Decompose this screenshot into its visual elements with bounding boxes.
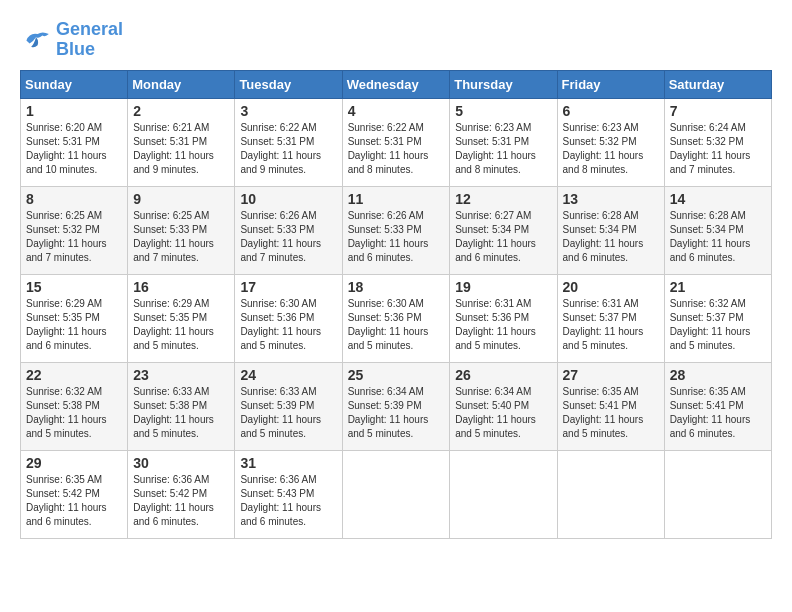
calendar-cell: 24 Sunrise: 6:33 AMSunset: 5:39 PMDaylig… [235, 362, 342, 450]
day-info: Sunrise: 6:30 AMSunset: 5:36 PMDaylight:… [240, 297, 336, 353]
day-info: Sunrise: 6:28 AMSunset: 5:34 PMDaylight:… [563, 209, 659, 265]
calendar-cell: 12 Sunrise: 6:27 AMSunset: 5:34 PMDaylig… [450, 186, 557, 274]
column-header-saturday: Saturday [664, 70, 771, 98]
day-info: Sunrise: 6:35 AMSunset: 5:41 PMDaylight:… [563, 385, 659, 441]
calendar-cell: 29 Sunrise: 6:35 AMSunset: 5:42 PMDaylig… [21, 450, 128, 538]
day-info: Sunrise: 6:24 AMSunset: 5:32 PMDaylight:… [670, 121, 766, 177]
day-number: 21 [670, 279, 766, 295]
day-number: 6 [563, 103, 659, 119]
day-number: 4 [348, 103, 445, 119]
day-info: Sunrise: 6:32 AMSunset: 5:38 PMDaylight:… [26, 385, 122, 441]
column-header-tuesday: Tuesday [235, 70, 342, 98]
day-number: 30 [133, 455, 229, 471]
calendar-cell: 18 Sunrise: 6:30 AMSunset: 5:36 PMDaylig… [342, 274, 450, 362]
column-header-wednesday: Wednesday [342, 70, 450, 98]
calendar-cell: 14 Sunrise: 6:28 AMSunset: 5:34 PMDaylig… [664, 186, 771, 274]
day-number: 22 [26, 367, 122, 383]
calendar-cell: 25 Sunrise: 6:34 AMSunset: 5:39 PMDaylig… [342, 362, 450, 450]
column-header-sunday: Sunday [21, 70, 128, 98]
column-header-friday: Friday [557, 70, 664, 98]
calendar-cell: 26 Sunrise: 6:34 AMSunset: 5:40 PMDaylig… [450, 362, 557, 450]
calendar-table: SundayMondayTuesdayWednesdayThursdayFrid… [20, 70, 772, 539]
day-info: Sunrise: 6:26 AMSunset: 5:33 PMDaylight:… [348, 209, 445, 265]
calendar-cell: 30 Sunrise: 6:36 AMSunset: 5:42 PMDaylig… [128, 450, 235, 538]
calendar-week-row: 1 Sunrise: 6:20 AMSunset: 5:31 PMDayligh… [21, 98, 772, 186]
day-info: Sunrise: 6:36 AMSunset: 5:43 PMDaylight:… [240, 473, 336, 529]
calendar-cell: 2 Sunrise: 6:21 AMSunset: 5:31 PMDayligh… [128, 98, 235, 186]
day-number: 18 [348, 279, 445, 295]
column-header-monday: Monday [128, 70, 235, 98]
calendar-cell: 13 Sunrise: 6:28 AMSunset: 5:34 PMDaylig… [557, 186, 664, 274]
calendar-cell: 22 Sunrise: 6:32 AMSunset: 5:38 PMDaylig… [21, 362, 128, 450]
calendar-cell: 27 Sunrise: 6:35 AMSunset: 5:41 PMDaylig… [557, 362, 664, 450]
calendar-cell [557, 450, 664, 538]
logo-text: General Blue [56, 20, 123, 60]
calendar-cell: 19 Sunrise: 6:31 AMSunset: 5:36 PMDaylig… [450, 274, 557, 362]
day-info: Sunrise: 6:32 AMSunset: 5:37 PMDaylight:… [670, 297, 766, 353]
day-info: Sunrise: 6:22 AMSunset: 5:31 PMDaylight:… [240, 121, 336, 177]
calendar-cell [342, 450, 450, 538]
calendar-cell [664, 450, 771, 538]
calendar-week-row: 8 Sunrise: 6:25 AMSunset: 5:32 PMDayligh… [21, 186, 772, 274]
calendar-cell: 16 Sunrise: 6:29 AMSunset: 5:35 PMDaylig… [128, 274, 235, 362]
day-info: Sunrise: 6:20 AMSunset: 5:31 PMDaylight:… [26, 121, 122, 177]
day-number: 5 [455, 103, 551, 119]
calendar-cell: 5 Sunrise: 6:23 AMSunset: 5:31 PMDayligh… [450, 98, 557, 186]
day-number: 27 [563, 367, 659, 383]
day-info: Sunrise: 6:31 AMSunset: 5:36 PMDaylight:… [455, 297, 551, 353]
day-number: 23 [133, 367, 229, 383]
day-info: Sunrise: 6:35 AMSunset: 5:42 PMDaylight:… [26, 473, 122, 529]
column-header-thursday: Thursday [450, 70, 557, 98]
calendar-week-row: 15 Sunrise: 6:29 AMSunset: 5:35 PMDaylig… [21, 274, 772, 362]
calendar-cell: 20 Sunrise: 6:31 AMSunset: 5:37 PMDaylig… [557, 274, 664, 362]
calendar-cell: 3 Sunrise: 6:22 AMSunset: 5:31 PMDayligh… [235, 98, 342, 186]
calendar-cell: 9 Sunrise: 6:25 AMSunset: 5:33 PMDayligh… [128, 186, 235, 274]
calendar-cell: 6 Sunrise: 6:23 AMSunset: 5:32 PMDayligh… [557, 98, 664, 186]
logo-icon [20, 26, 52, 54]
day-number: 8 [26, 191, 122, 207]
day-number: 1 [26, 103, 122, 119]
day-info: Sunrise: 6:23 AMSunset: 5:31 PMDaylight:… [455, 121, 551, 177]
day-info: Sunrise: 6:33 AMSunset: 5:38 PMDaylight:… [133, 385, 229, 441]
day-number: 15 [26, 279, 122, 295]
calendar-cell: 15 Sunrise: 6:29 AMSunset: 5:35 PMDaylig… [21, 274, 128, 362]
day-number: 24 [240, 367, 336, 383]
day-number: 7 [670, 103, 766, 119]
day-info: Sunrise: 6:33 AMSunset: 5:39 PMDaylight:… [240, 385, 336, 441]
day-info: Sunrise: 6:29 AMSunset: 5:35 PMDaylight:… [26, 297, 122, 353]
calendar-cell: 10 Sunrise: 6:26 AMSunset: 5:33 PMDaylig… [235, 186, 342, 274]
calendar-cell: 21 Sunrise: 6:32 AMSunset: 5:37 PMDaylig… [664, 274, 771, 362]
calendar-cell [450, 450, 557, 538]
day-info: Sunrise: 6:25 AMSunset: 5:32 PMDaylight:… [26, 209, 122, 265]
page-header: General Blue [20, 20, 772, 60]
day-number: 12 [455, 191, 551, 207]
day-number: 28 [670, 367, 766, 383]
day-number: 9 [133, 191, 229, 207]
day-info: Sunrise: 6:27 AMSunset: 5:34 PMDaylight:… [455, 209, 551, 265]
calendar-header-row: SundayMondayTuesdayWednesdayThursdayFrid… [21, 70, 772, 98]
day-info: Sunrise: 6:36 AMSunset: 5:42 PMDaylight:… [133, 473, 229, 529]
day-number: 17 [240, 279, 336, 295]
calendar-week-row: 29 Sunrise: 6:35 AMSunset: 5:42 PMDaylig… [21, 450, 772, 538]
day-number: 13 [563, 191, 659, 207]
day-info: Sunrise: 6:31 AMSunset: 5:37 PMDaylight:… [563, 297, 659, 353]
day-number: 20 [563, 279, 659, 295]
day-info: Sunrise: 6:22 AMSunset: 5:31 PMDaylight:… [348, 121, 445, 177]
day-number: 14 [670, 191, 766, 207]
day-number: 16 [133, 279, 229, 295]
day-info: Sunrise: 6:35 AMSunset: 5:41 PMDaylight:… [670, 385, 766, 441]
calendar-cell: 4 Sunrise: 6:22 AMSunset: 5:31 PMDayligh… [342, 98, 450, 186]
day-number: 11 [348, 191, 445, 207]
calendar-cell: 7 Sunrise: 6:24 AMSunset: 5:32 PMDayligh… [664, 98, 771, 186]
day-number: 19 [455, 279, 551, 295]
calendar-cell: 17 Sunrise: 6:30 AMSunset: 5:36 PMDaylig… [235, 274, 342, 362]
calendar-cell: 28 Sunrise: 6:35 AMSunset: 5:41 PMDaylig… [664, 362, 771, 450]
day-info: Sunrise: 6:23 AMSunset: 5:32 PMDaylight:… [563, 121, 659, 177]
calendar-cell: 23 Sunrise: 6:33 AMSunset: 5:38 PMDaylig… [128, 362, 235, 450]
calendar-week-row: 22 Sunrise: 6:32 AMSunset: 5:38 PMDaylig… [21, 362, 772, 450]
day-info: Sunrise: 6:34 AMSunset: 5:39 PMDaylight:… [348, 385, 445, 441]
calendar-cell: 11 Sunrise: 6:26 AMSunset: 5:33 PMDaylig… [342, 186, 450, 274]
day-info: Sunrise: 6:29 AMSunset: 5:35 PMDaylight:… [133, 297, 229, 353]
day-info: Sunrise: 6:21 AMSunset: 5:31 PMDaylight:… [133, 121, 229, 177]
day-number: 31 [240, 455, 336, 471]
